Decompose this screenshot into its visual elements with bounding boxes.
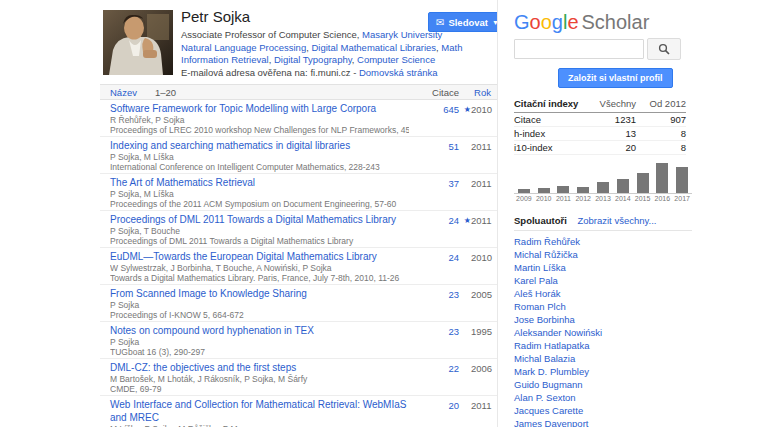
merged-star-icon — [459, 361, 471, 394]
show-all-coauthors-link[interactable]: Zobrazit všechny... — [577, 215, 656, 226]
publication-venue: CMDE, 69-79 — [110, 384, 409, 394]
coauthor-link[interactable]: Michal Balazia — [514, 353, 575, 364]
profile-photo — [103, 10, 173, 75]
citation-indices-link[interactable]: Citační indexy — [514, 98, 586, 109]
coauthor-link[interactable]: Alan P. Sexton — [514, 392, 576, 403]
citations-chart: 200920102011201220132014201520162017 — [514, 163, 692, 203]
publication-title-link[interactable]: DML-CZ: the objectives and the first ste… — [110, 361, 409, 374]
metric-row: h-index 13 8 — [514, 127, 686, 141]
publication-venue: Proceedings of DML 2011 Towards a Digita… — [110, 236, 409, 246]
chart-year-label: 2012 — [573, 194, 593, 203]
table-row: Indexing and searching mathematics in di… — [100, 137, 497, 174]
coauthor-link[interactable]: Roman Plch — [514, 301, 566, 312]
publication-title-link[interactable]: EuDML—Towards the European Digital Mathe… — [110, 250, 409, 263]
list-item: Guido Bugmann — [514, 378, 692, 391]
coauthor-link[interactable]: Aleš Horák — [514, 288, 560, 299]
chart-year-label: 2009 — [514, 194, 534, 203]
coauthor-link[interactable]: Radim Řehůřek — [514, 236, 580, 247]
citation-count-link[interactable]: 24 — [448, 252, 459, 263]
google-logo-letter: G — [514, 11, 530, 33]
list-item: James Davenport — [514, 417, 692, 427]
create-profile-button[interactable]: Založit si vlastní profil — [558, 68, 673, 88]
chart-bars — [514, 163, 692, 194]
metric-value-all: 1231 — [586, 113, 636, 126]
interest-link[interactable]: Digital Mathematical Libraries — [311, 42, 436, 53]
profile-name: Petr Sojka — [181, 8, 481, 25]
search-icon — [658, 43, 670, 55]
citations-column-header: Citace — [409, 87, 459, 98]
publication-title-link[interactable]: The Art of Mathematics Retrieval — [110, 176, 409, 189]
chart-bar — [676, 167, 688, 193]
citation-count-link[interactable]: 23 — [448, 289, 459, 300]
chart-bar-column — [514, 189, 534, 193]
chart-year-label: 2014 — [613, 194, 633, 203]
publication-authors: M Bartošek, M Lhoták, J Rákosník, P Sojk… — [110, 374, 409, 384]
coauthor-link[interactable]: Radim Hatlapatka — [514, 340, 590, 351]
chart-year-label: 2013 — [593, 194, 613, 203]
table-row: Web Interface and Collection for Mathema… — [100, 396, 497, 427]
publication-title-link[interactable]: Notes on compound word hyphenation in TE… — [110, 324, 409, 337]
coauthor-link[interactable]: Aleksander Nowiński — [514, 327, 602, 338]
publication-title-link[interactable]: Indexing and searching mathematics in di… — [110, 139, 409, 152]
interest-link[interactable]: Computer Science — [357, 54, 435, 65]
metrics-col-all: Všechny — [586, 98, 636, 109]
publication-main: Software Framework for Topic Modelling w… — [110, 102, 409, 135]
citation-count-link[interactable]: 37 — [448, 178, 459, 189]
list-item: Jose Borbinha — [514, 313, 692, 326]
sort-by-title-link[interactable]: Název — [110, 87, 137, 98]
chart-bar — [637, 173, 649, 193]
coauthor-link[interactable]: Jose Borbinha — [514, 314, 575, 325]
table-row: From Scanned Image to Knowledge Sharing … — [100, 285, 497, 322]
coauthors-list: Radim Řehůřek Michal Růžička Martin Líšk… — [514, 235, 692, 427]
merged-star-icon — [459, 139, 471, 172]
coauthors-section: Spoluautoři Zobrazit všechny... Radim Ře… — [514, 215, 692, 427]
publication-authors: P Sojka — [110, 300, 409, 310]
publication-title-link[interactable]: From Scanned Image to Knowledge Sharing — [110, 287, 409, 300]
profile-affiliation: Associate Professor of Computer Science,… — [181, 29, 481, 42]
publication-year: 2010 — [471, 250, 491, 283]
publication-venue: Proceedings of the 2011 ACM Symposium on… — [110, 199, 409, 209]
coauthor-link[interactable]: Karel Pala — [514, 275, 558, 286]
interest-link[interactable]: Digital Typography — [274, 54, 352, 65]
publication-title-link[interactable]: Software Framework for Topic Modelling w… — [110, 102, 409, 115]
publication-title-link[interactable]: Web Interface and Collection for Mathema… — [110, 398, 409, 424]
citation-count-link[interactable]: 24 — [448, 215, 459, 226]
citation-count-link[interactable]: 645 — [443, 104, 459, 115]
table-row: The Art of Mathematics Retrieval P Sojka… — [100, 174, 497, 211]
coauthor-link[interactable]: Mark D. Plumbley — [514, 366, 589, 377]
list-item: Karel Pala — [514, 274, 692, 287]
search-button[interactable] — [647, 38, 681, 60]
coauthor-link[interactable]: James Davenport — [514, 418, 588, 427]
sort-by-year-link[interactable]: Rok — [471, 87, 491, 98]
publication-year: 2011 — [471, 139, 491, 172]
publication-citations-cell: 24 — [409, 250, 459, 283]
coauthor-link[interactable]: Guido Bugmann — [514, 379, 583, 390]
homepage-link[interactable]: Domovská stránka — [359, 67, 438, 78]
publication-title-link[interactable]: Proceedings of DML 2011 Towards a Digita… — [110, 213, 409, 226]
sidebar: GoogleScholar Založit si vlastní profil … — [497, 0, 774, 427]
list-item: Jacques Carette — [514, 404, 692, 417]
chart-bar — [577, 187, 589, 193]
interest-link[interactable]: Natural Language Processing — [181, 42, 306, 53]
table-row: DML-CZ: the objectives and the first ste… — [100, 359, 497, 396]
publication-year: 2011 — [471, 398, 491, 427]
google-logo-letter: e — [567, 11, 578, 33]
affiliation-link[interactable]: Masaryk University — [362, 29, 442, 40]
coauthors-header: Spoluautoři Zobrazit všechny... — [514, 215, 692, 231]
coauthor-link[interactable]: Michal Růžička — [514, 249, 578, 260]
citation-count-link[interactable]: 23 — [448, 326, 459, 337]
search-input[interactable] — [514, 39, 644, 59]
chart-year-label: 2016 — [652, 194, 672, 203]
chart-bar — [557, 186, 569, 193]
chart-bar — [518, 189, 530, 193]
citation-count-link[interactable]: 22 — [448, 363, 459, 374]
coauthor-link[interactable]: Jacques Carette — [514, 405, 583, 416]
google-logo-letter: o — [530, 11, 541, 33]
chart-bar-column — [554, 186, 574, 193]
coauthor-link[interactable]: Martin Líška — [514, 262, 566, 273]
citation-count-link[interactable]: 20 — [448, 400, 459, 411]
publication-citations-cell: 23 — [409, 324, 459, 357]
citation-count-link[interactable]: 51 — [448, 141, 459, 152]
chart-year-label: 2017 — [672, 194, 692, 203]
search-bar — [514, 38, 774, 60]
